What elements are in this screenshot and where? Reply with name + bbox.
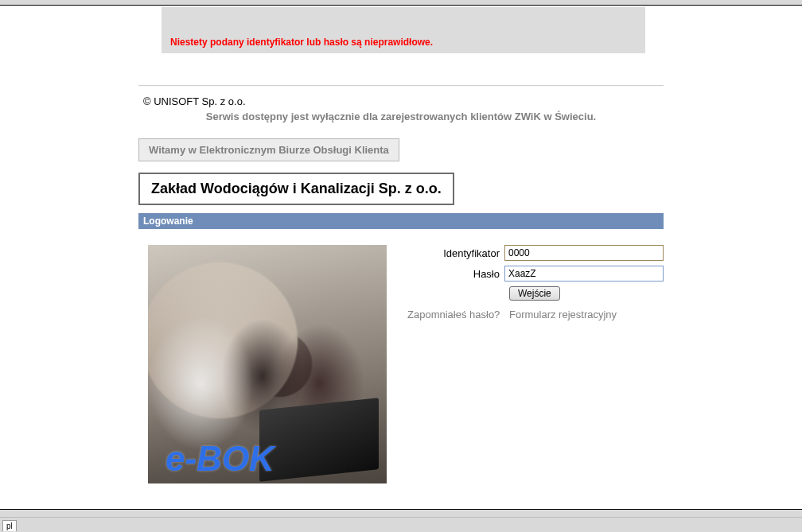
top-border-strip bbox=[0, 0, 802, 6]
password-row: Hasło bbox=[407, 266, 664, 282]
error-alert: Niestety podany identyfikator lub hasło … bbox=[162, 7, 645, 53]
forgot-password-link[interactable]: Zapomniałeś hasło? bbox=[407, 309, 500, 320]
welcome-banner: Witamy w Elektronicznym Biurze Obsługi K… bbox=[138, 138, 399, 161]
submit-row: Wejście bbox=[407, 286, 664, 301]
id-label: Identyfikator bbox=[407, 247, 504, 259]
login-section-header: Logowanie bbox=[138, 213, 664, 229]
footer-strip: pl bbox=[0, 517, 802, 532]
hero-image-laptop bbox=[259, 398, 379, 482]
links-row: Zapomniałeś hasło? Formularz rejestracyj… bbox=[407, 309, 664, 320]
identifier-input[interactable] bbox=[504, 245, 664, 261]
error-message: Niestety podany identyfikator lub hasło … bbox=[170, 37, 433, 48]
language-tag: pl bbox=[2, 520, 17, 531]
main-area: e-BOK Identyfikator Hasło Wejście Zapomn… bbox=[138, 245, 664, 483]
login-button[interactable]: Wejście bbox=[509, 286, 560, 301]
ebok-logo-text: e-BOK bbox=[165, 439, 274, 479]
login-form: Identyfikator Hasło Wejście Zapomniałeś … bbox=[387, 245, 664, 483]
content-column: Niestety podany identyfikator lub hasło … bbox=[138, 7, 664, 483]
hero-image: e-BOK bbox=[148, 245, 387, 483]
divider bbox=[138, 85, 664, 86]
copyright-text: © UNISOFT Sp. z o.o. bbox=[143, 95, 664, 107]
availability-text: Serwis dostępny jest wyłącznie dla zarej… bbox=[138, 111, 664, 122]
registration-form-link[interactable]: Formularz rejestracyjny bbox=[509, 309, 617, 320]
password-input[interactable] bbox=[504, 266, 664, 282]
company-name: Zakład Wodociągów i Kanalizacji Sp. z o.… bbox=[138, 173, 454, 205]
password-label: Hasło bbox=[407, 268, 504, 280]
id-row: Identyfikator bbox=[407, 245, 664, 261]
page-container: Niestety podany identyfikator lub hasło … bbox=[0, 6, 802, 510]
